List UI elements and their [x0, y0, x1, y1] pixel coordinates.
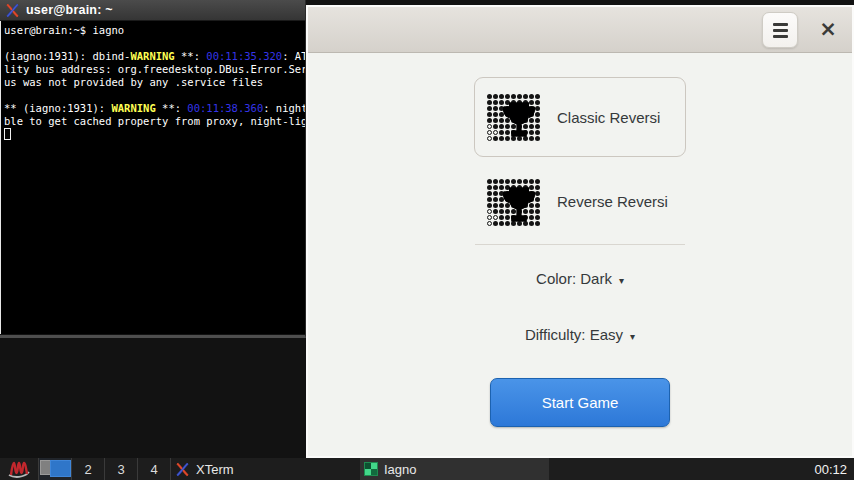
terminal-content[interactable]: user@brain:~$ iagno(iagno:1931): dbind-W…: [0, 21, 305, 334]
chevron-down-icon: ▾: [630, 331, 635, 342]
workspace-1[interactable]: [39, 458, 72, 480]
terminal-window: user@brain: ~ user@brain:~$ iagno(iagno:…: [0, 0, 306, 338]
jwm-logo-icon: [3, 459, 35, 479]
xterm-icon: [5, 3, 20, 18]
color-dropdown-label: Color: Dark: [536, 270, 612, 287]
reverse-reversi-label: Reverse Reversi: [557, 193, 668, 210]
hamburger-icon: [773, 23, 788, 26]
terminal-titlebar[interactable]: user@brain: ~: [0, 0, 305, 21]
close-icon: ×: [819, 17, 837, 41]
xterm-icon: [175, 462, 190, 477]
difficulty-dropdown[interactable]: Difficulty: Easy ▾: [525, 326, 635, 343]
iagno-headerbar[interactable]: ×: [308, 7, 852, 53]
start-game-label: Start Game: [542, 394, 619, 411]
classic-reversi-label: Classic Reversi: [557, 109, 660, 126]
jwm-menu-button[interactable]: [0, 458, 38, 480]
pager-iagno-window: [50, 460, 71, 477]
workspace-4[interactable]: 4: [138, 458, 171, 480]
start-game-button[interactable]: Start Game: [490, 378, 670, 427]
close-button[interactable]: ×: [815, 15, 841, 43]
classic-reversi-icon: [486, 92, 542, 142]
taskbar-item-iagno[interactable]: Iagno: [360, 458, 549, 480]
iagno-icon: [364, 462, 378, 476]
workspace-pager: 2 3 4: [38, 458, 171, 480]
taskbar: 2 3 4 XTerm Iagno 00:12: [0, 458, 854, 480]
iagno-window: × Classic Reversi Reverse Reversi: [306, 5, 854, 458]
reverse-reversi-icon: [486, 177, 542, 225]
iagno-content: Classic Reversi Reverse Reversi Color: D…: [308, 53, 852, 427]
chevron-down-icon: ▾: [619, 275, 624, 286]
taskbar-item-label: XTerm: [196, 462, 234, 477]
color-dropdown[interactable]: Color: Dark ▾: [536, 270, 624, 287]
classic-reversi-button[interactable]: Classic Reversi: [474, 77, 686, 157]
difficulty-dropdown-label: Difficulty: Easy: [525, 326, 623, 343]
hamburger-menu-button[interactable]: [762, 12, 798, 48]
taskbar-clock: 00:12: [814, 458, 854, 480]
taskbar-item-xterm[interactable]: XTerm: [171, 458, 360, 480]
separator: [475, 244, 685, 245]
reverse-reversi-button[interactable]: Reverse Reversi: [474, 170, 686, 232]
taskbar-item-label: Iagno: [384, 462, 417, 477]
workspace-2[interactable]: 2: [72, 458, 105, 480]
terminal-title: user@brain: ~: [26, 3, 113, 17]
workspace-3[interactable]: 3: [105, 458, 138, 480]
